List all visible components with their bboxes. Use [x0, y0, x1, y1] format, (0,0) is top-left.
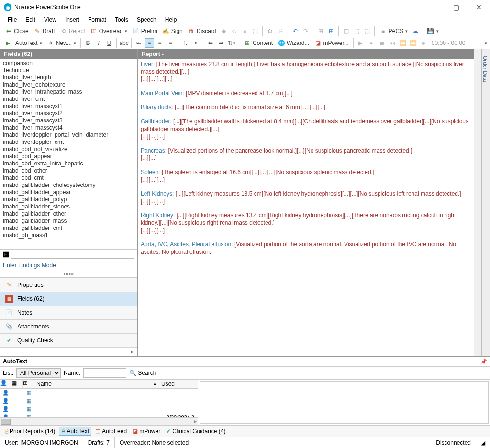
tool-icon-3[interactable]: ≡ [240, 26, 249, 36]
media-stop-icon[interactable]: ◼ [377, 38, 387, 48]
mpower-button[interactable]: ◪mPower... [312, 38, 350, 48]
media-first-icon[interactable]: ⏮ [388, 38, 397, 48]
tab-prior-reports[interactable]: ⎘Prior Reports (14) [3, 427, 57, 436]
name-input[interactable] [83, 368, 126, 378]
close-button[interactable]: ⬅Close [3, 26, 31, 36]
strikethrough-button[interactable]: abc [119, 38, 129, 48]
autotext-row[interactable]: 👤▦3/29/2024 3. [0, 413, 198, 417]
status-resize-grip[interactable]: ◢ [476, 437, 490, 448]
enter-findings-link[interactable]: Enter Findings Mode [0, 260, 137, 271]
field-item[interactable]: imabd_liver_masscyst2 [3, 110, 134, 117]
cloud-icon[interactable]: ☁ [411, 26, 420, 36]
sign-button[interactable]: ✍Sign [160, 26, 185, 36]
save-icon[interactable]: 💾 [425, 26, 435, 36]
field-item[interactable]: imabd_gallbladder_stones [3, 203, 134, 210]
section-trail[interactable]: [...][...][...] [141, 133, 471, 141]
col-icon-2[interactable]: ▦ [11, 380, 23, 388]
bold-button[interactable]: B [83, 38, 93, 48]
tool-icon-7[interactable]: ◫ [341, 26, 351, 36]
indent-dec-button[interactable]: ⬅ [206, 38, 215, 48]
tab-mpower[interactable]: ◪mPower [131, 427, 162, 436]
section-text[interactable]: [Visualized portions of the pancrease lo… [168, 147, 412, 154]
list-select[interactable]: All Personal [16, 368, 61, 378]
tool-icon-6[interactable]: ⎘ [276, 26, 285, 36]
autotext-row[interactable]: 👤▦ [0, 389, 198, 397]
menu-speech[interactable]: Speech [133, 15, 160, 24]
content-button[interactable]: ⊞Content [242, 38, 275, 48]
field-item[interactable]: imabd_gallbladder_polyp [3, 196, 134, 203]
draft-button[interactable]: ✎Draft [32, 26, 57, 36]
tab-autofeed[interactable]: ◫AutoFeed [93, 427, 129, 436]
accordion-attachments[interactable]: 📎Attachments [0, 320, 137, 334]
col-icon-3[interactable]: ⊞ [23, 380, 34, 388]
search-button[interactable]: 🔍Search [129, 370, 156, 376]
wizard-button[interactable]: 🌐Wizard... [276, 38, 311, 48]
media-last-icon[interactable]: ⏭ [419, 38, 429, 48]
field-item[interactable]: imabd_liver_intrahepatic_mass [3, 88, 134, 96]
field-item[interactable]: imabd_liver_masscyst4 [3, 124, 134, 131]
col-used[interactable]: Used [159, 380, 198, 388]
fields-list[interactable]: comparisonTechniqueimabd_liver_lengthima… [0, 59, 137, 249]
section-trail[interactable]: [...][...][...][...] [141, 76, 471, 83]
field-item[interactable]: imabd_gb_mass1 [3, 232, 134, 239]
menu-edit[interactable]: Edit [22, 15, 39, 24]
underline-button[interactable]: U [104, 38, 114, 48]
section-trail[interactable]: [...][...][...] [141, 176, 471, 184]
italic-button[interactable]: I [94, 38, 103, 48]
section-text[interactable]: [...][Left kidney measures 13.5 cm][No l… [176, 190, 461, 197]
section-text[interactable]: [...][The common bile duct is normal siz… [175, 104, 325, 110]
section-text[interactable]: [The liver measures 23.8 cm in length.][… [141, 61, 464, 75]
redo-button[interactable]: ↷ [301, 26, 311, 36]
numbered-list-button[interactable]: ⒈ [180, 38, 190, 48]
accordion-fields[interactable]: ▦Fields (62) [0, 292, 137, 306]
expand-icon[interactable]: ▶ [3, 38, 12, 48]
field-item[interactable]: Technique [3, 67, 134, 74]
order-data-tab[interactable]: Order Data [481, 49, 490, 356]
line-spacing-button[interactable]: ⇅▾ [227, 38, 236, 48]
tool-icon-1[interactable]: ◆ [219, 26, 228, 36]
close-window-button[interactable]: ✕ [472, 3, 486, 11]
section-trail[interactable]: [...][...] [141, 154, 471, 162]
menu-tools[interactable]: Tools [111, 15, 132, 24]
fields-search-input[interactable] [11, 251, 134, 259]
section-text[interactable]: [The spleen is enlarged at 16.6 cm][...]… [162, 169, 374, 175]
tool-grid-active-icon[interactable]: ⊞ [326, 26, 336, 36]
section-trail[interactable]: [...][...][...] [141, 198, 471, 206]
field-item[interactable]: imabd_cbd_other [3, 167, 134, 175]
section-text[interactable]: [...][The gallbladder wall is thickened … [141, 118, 468, 132]
field-item[interactable]: imabd_cbd_cmt [3, 175, 134, 182]
accordion-quality[interactable]: ✔Quality Check [0, 334, 137, 348]
field-item[interactable]: imabd_liver_echotexture [3, 81, 134, 88]
indent-inc-button[interactable]: ➡ [216, 38, 226, 48]
field-item[interactable]: comparison [3, 60, 134, 67]
tool-icon-4[interactable]: ⬚ [250, 26, 260, 36]
section-trail[interactable]: [...][...][...] [141, 227, 471, 235]
col-icon-1[interactable]: 👤 [0, 380, 11, 388]
field-item[interactable]: imabd_liver_masscyst3 [3, 117, 134, 124]
field-item[interactable]: imabd_liver_cmt [3, 96, 134, 103]
new-button[interactable]: ✧New...▾ [45, 38, 78, 48]
grid-body[interactable]: 👤▦👤▦👤▦👤▦3/29/2024 3.👤▦ [0, 389, 198, 417]
pacs-button[interactable]: ≡PACS▾ [377, 26, 410, 36]
field-item[interactable]: imabd_gallbladder_appear [3, 189, 134, 196]
align-left-button[interactable]: ≡ [145, 38, 154, 48]
align-center-button[interactable]: ≡ [155, 38, 165, 48]
accordion-expander[interactable]: » [0, 348, 137, 356]
outdent-button[interactable]: ⇤ [134, 38, 144, 48]
field-item[interactable]: imabd_liverdoppler_cmt [3, 139, 134, 146]
field-item[interactable]: imabd_cbd_not_visualize [3, 146, 134, 153]
tab-clinical-guidance[interactable]: ✔Clinical Guidance (4) [164, 427, 227, 436]
media-rec-icon[interactable]: ● [367, 38, 376, 48]
menu-file[interactable]: File [4, 15, 21, 24]
prelim-button[interactable]: 📄Prelim [130, 26, 159, 36]
section-text[interactable]: [...][Right kidney measures 13.4 cm][Rig… [141, 212, 456, 226]
autotext-row[interactable]: 👤▦ [0, 405, 198, 413]
tool-icon-2[interactable]: ◇ [229, 26, 239, 36]
accordion-properties[interactable]: ✎Properties [0, 278, 137, 292]
minimize-button[interactable]: — [426, 3, 440, 11]
media-ff-icon[interactable]: ⏩ [409, 38, 418, 48]
field-item[interactable]: imabd_cbd_appear [3, 153, 134, 160]
align-right-button[interactable]: ≡ [166, 38, 175, 48]
menu-format[interactable]: Format [84, 15, 110, 24]
splitter-handle[interactable]: •••••• [0, 271, 137, 278]
